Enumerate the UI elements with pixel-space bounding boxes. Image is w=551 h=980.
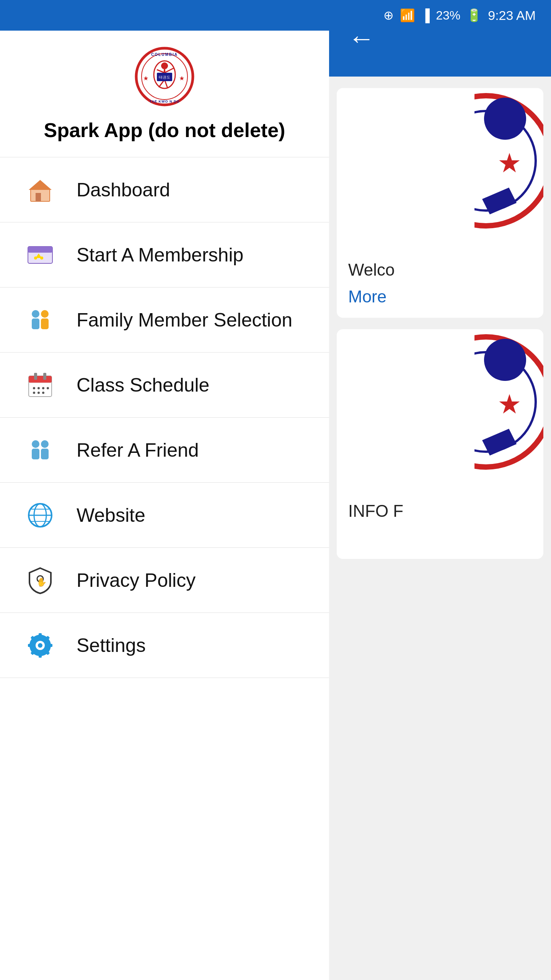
drawer-app-title: Spark App (do not delete) xyxy=(44,119,285,142)
svg-point-35 xyxy=(42,387,44,389)
svg-rect-56 xyxy=(48,644,52,647)
svg-rect-58 xyxy=(39,653,42,658)
menu-item-membership[interactable]: Start A Membership xyxy=(0,222,329,287)
svg-text:✋: ✋ xyxy=(36,577,47,587)
dashboard-icon xyxy=(23,173,57,207)
svg-point-66 xyxy=(484,98,526,140)
status-time: 9:23 AM xyxy=(488,8,536,23)
svg-point-40 xyxy=(32,440,39,448)
website-label: Website xyxy=(77,504,145,526)
svg-text:COLUMBIA: COLUMBIA xyxy=(151,52,178,57)
main-content: ← ★ Welco More xyxy=(329,0,551,980)
card-2: ★ INFO F xyxy=(337,329,543,559)
refer-icon xyxy=(23,433,57,467)
svg-point-3 xyxy=(161,62,168,69)
svg-point-34 xyxy=(37,387,40,389)
menu-item-settings[interactable]: Settings xyxy=(0,613,329,678)
card-1: ★ Welco More xyxy=(337,88,543,318)
svg-rect-60 xyxy=(28,644,33,647)
family-label: Family Member Selection xyxy=(77,309,292,331)
wifi-icon: 📶 xyxy=(400,8,415,23)
card-logo-2: ★ xyxy=(337,329,543,490)
svg-text:★: ★ xyxy=(497,148,522,178)
svg-marker-16 xyxy=(29,180,52,190)
drawer-menu: Dashboard Start A Membership xyxy=(0,157,329,980)
svg-text:★: ★ xyxy=(179,75,184,82)
svg-point-63 xyxy=(38,643,42,648)
svg-point-23 xyxy=(40,256,43,260)
menu-item-dashboard[interactable]: Dashboard xyxy=(0,157,329,222)
family-icon xyxy=(23,303,57,337)
svg-rect-20 xyxy=(28,247,52,253)
svg-text:TAE KWO N DO: TAE KWO N DO xyxy=(150,100,180,103)
status-bar: ⊕ 📶 ▐ 23% 🔋 9:23 AM xyxy=(0,0,551,31)
card-body-2: INFO F xyxy=(337,490,543,536)
membership-label: Start A Membership xyxy=(77,244,243,266)
menu-item-schedule[interactable]: Class Schedule xyxy=(0,353,329,418)
privacy-label: Privacy Policy xyxy=(77,569,196,591)
svg-point-70 xyxy=(484,339,526,381)
svg-point-33 xyxy=(33,387,35,389)
svg-rect-18 xyxy=(36,193,41,201)
app-logo: ★ ★ COLUMBIA TAE KWO N DO 태권도 xyxy=(134,46,195,107)
svg-point-36 xyxy=(47,387,49,389)
schedule-label: Class Schedule xyxy=(77,374,209,396)
signal-icon: ▐ xyxy=(421,8,430,23)
svg-point-26 xyxy=(41,310,49,318)
drawer: ★ ★ COLUMBIA TAE KWO N DO 태권도 Spark App … xyxy=(0,0,329,980)
svg-text:★: ★ xyxy=(143,75,148,82)
svg-point-22 xyxy=(34,256,37,260)
plus-circle-icon: ⊕ xyxy=(383,8,394,23)
svg-rect-25 xyxy=(32,318,39,329)
settings-icon xyxy=(23,628,57,663)
battery-percent: 23% xyxy=(436,8,460,23)
svg-rect-29 xyxy=(29,376,52,383)
svg-rect-41 xyxy=(32,449,39,459)
status-icons: ⊕ 📶 ▐ 23% 🔋 9:23 AM xyxy=(383,8,536,23)
menu-item-privacy[interactable]: ✋ Privacy Policy xyxy=(0,548,329,613)
dashboard-label: Dashboard xyxy=(77,179,170,201)
settings-label: Settings xyxy=(77,634,146,657)
battery-icon: 🔋 xyxy=(466,8,482,23)
refer-label: Refer A Friend xyxy=(77,439,199,461)
card-body-1: Welco More xyxy=(337,249,543,314)
svg-rect-31 xyxy=(34,373,37,380)
menu-item-refer[interactable]: Refer A Friend xyxy=(0,418,329,483)
svg-point-24 xyxy=(32,310,39,318)
svg-rect-54 xyxy=(39,633,42,638)
svg-point-39 xyxy=(42,392,44,394)
card-logo-1: ★ xyxy=(337,88,543,249)
svg-rect-43 xyxy=(41,449,49,459)
menu-item-family[interactable]: Family Member Selection xyxy=(0,287,329,353)
svg-text:태권도: 태권도 xyxy=(159,75,170,79)
card-info-text: INFO F xyxy=(348,501,532,521)
card-more-link[interactable]: More xyxy=(348,287,532,306)
svg-point-37 xyxy=(33,392,35,394)
membership-icon xyxy=(23,238,57,272)
privacy-icon: ✋ xyxy=(23,563,57,598)
svg-rect-27 xyxy=(41,318,49,329)
svg-point-38 xyxy=(37,392,40,394)
website-icon xyxy=(23,498,57,532)
schedule-icon xyxy=(23,368,57,402)
svg-text:★: ★ xyxy=(497,389,522,419)
svg-rect-32 xyxy=(43,373,46,380)
card-welcome-text: Welco xyxy=(348,260,532,279)
svg-point-42 xyxy=(41,440,49,448)
menu-item-website[interactable]: Website xyxy=(0,483,329,548)
